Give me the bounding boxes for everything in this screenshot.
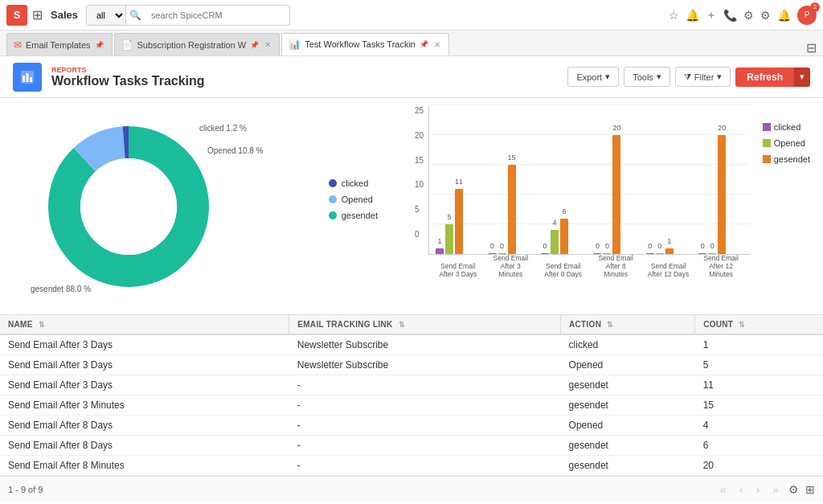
pagination-info: 1 - 9 of 9 — [8, 485, 43, 494]
legend-dot-gesendet — [329, 211, 337, 219]
refresh-dropdown-button[interactable]: ▾ — [794, 68, 810, 87]
col-count[interactable]: COUNT ⇅ — [695, 315, 823, 334]
bar-clicked-5: 0 — [646, 253, 654, 254]
tab-email-templates[interactable]: ✉ Email Templates 📌 — [6, 33, 113, 55]
data-table: NAME ⇅ EMAIL TRACKING LINK ⇅ ACTION ⇅ CO… — [0, 315, 823, 476]
first-page-button[interactable]: « — [717, 481, 730, 498]
svg-rect-2 — [27, 73, 29, 82]
cell-action: Opened — [561, 416, 695, 436]
star-icon[interactable]: ☆ — [669, 9, 679, 22]
table-row: Send Email After 3 Days Newsletter Subsc… — [0, 334, 823, 355]
tools-button[interactable]: Tools ▾ — [624, 67, 670, 87]
bar-group-2: 0 0 15 Send EmailAfter 3Minutes — [489, 165, 533, 254]
cell-action: gesendet — [561, 456, 695, 476]
spice-logo[interactable]: S — [6, 5, 27, 26]
col-email-link[interactable]: EMAIL TRACKING LINK ⇅ — [289, 315, 561, 334]
pin-icon[interactable]: 📌 — [420, 40, 428, 48]
tab-workflow-tasks[interactable]: 📊 Test Workflow Tasks Trackin 📌 ✕ — [281, 33, 449, 55]
table-row: Send Email After 3 Days - gesendet 11 — [0, 375, 823, 395]
gear-icon[interactable]: ⚙ — [760, 9, 771, 22]
top-bar: S ⊞ Sales all 🔍 ☆ 🔔 ＋ 📞 ⚙ ⚙ 🔔 P 2 — [0, 0, 823, 31]
search-area: all 🔍 — [86, 5, 290, 26]
bar-chart-container: 0 5 10 15 20 25 — [402, 98, 823, 314]
tab-close-icon[interactable]: ✕ — [434, 40, 440, 49]
legend-item-clicked: clicked — [329, 178, 378, 188]
refresh-button[interactable]: Refresh — [735, 68, 794, 87]
notification-badge: 2 — [810, 2, 820, 12]
cell-link: - — [289, 436, 561, 456]
last-page-button[interactable]: » — [769, 481, 782, 498]
bar-legend: clicked Opened gesendet — [763, 122, 810, 267]
bar-label-1: Send EmailAfter 3 Days — [434, 262, 482, 278]
cell-name: Send Email After 3 Days — [0, 334, 289, 355]
bell-icon[interactable]: 🔔 — [686, 9, 699, 22]
tab-label: Test Workflow Tasks Trackin — [305, 39, 416, 49]
bar-chart-inner: 0 5 10 15 20 25 — [415, 106, 810, 267]
next-page-button[interactable]: › — [753, 481, 764, 498]
pin-icon[interactable]: 📌 — [250, 41, 259, 49]
top-bar-right: ☆ 🔔 ＋ 📞 ⚙ ⚙ 🔔 P 2 — [669, 6, 817, 25]
tab-subscription-reg[interactable]: 📄 Subscription Registration W 📌 ✕ — [114, 33, 280, 55]
chevron-down-icon: ▾ — [717, 72, 722, 82]
bar-legend-opened: Opened — [763, 138, 810, 148]
avatar[interactable]: P 2 — [797, 6, 817, 25]
tab-close-icon[interactable]: ✕ — [264, 40, 271, 49]
table-body: Send Email After 3 Days Newsletter Subsc… — [0, 334, 823, 476]
cell-action: Opened — [561, 355, 695, 375]
bar-group-5: 0 0 1 Send EmailAfter 12 Days — [646, 248, 690, 254]
cell-name: Send Email After 3 Days — [0, 355, 289, 375]
filter-button[interactable]: ⧩ Filter ▾ — [675, 67, 731, 87]
email-icon: ✉ — [14, 39, 22, 51]
table-export-button[interactable]: ⊞ — [805, 483, 815, 496]
chart-icon: 📊 — [289, 39, 301, 50]
col-action[interactable]: ACTION ⇅ — [561, 315, 695, 334]
search-filter-dropdown[interactable]: all — [87, 6, 126, 25]
legend-square-clicked — [763, 123, 771, 131]
chevron-down-icon: ▾ — [605, 72, 610, 82]
label-clicked: clicked 1.2 % — [199, 124, 247, 133]
window-icon[interactable]: ⊟ — [806, 40, 817, 55]
legend-dot-opened — [329, 195, 337, 203]
grid-icon[interactable]: ⊞ — [32, 7, 43, 23]
table-settings-button[interactable]: ⚙ — [788, 483, 799, 496]
legend-item-opened: Opened — [329, 195, 378, 204]
bar-label-5: Send EmailAfter 12 Days — [645, 262, 693, 278]
col-name[interactable]: NAME ⇅ — [0, 315, 289, 334]
search-icon: 🔍 — [126, 10, 145, 21]
cell-count: 20 — [695, 456, 823, 476]
export-button[interactable]: Export ▾ — [567, 67, 619, 87]
cell-action: clicked — [561, 334, 695, 355]
report-icon — [13, 63, 42, 92]
cell-name: Send Email After 3 Minutes — [0, 395, 289, 416]
grid-line — [429, 104, 750, 105]
cell-link: Newsletter Subscribe — [289, 355, 561, 375]
table-row: Send Email After 8 Days - Opened 4 — [0, 416, 823, 436]
page-header: REPORTS Workflow Tasks Tracking Export ▾… — [0, 56, 823, 98]
legend-square-opened — [763, 139, 771, 147]
phone-icon[interactable]: 📞 — [723, 9, 737, 22]
cell-action: gesendet — [561, 436, 695, 456]
search-input[interactable] — [145, 10, 289, 20]
tab-label: Subscription Registration W — [137, 40, 247, 50]
svg-rect-3 — [30, 77, 32, 82]
table-row: Send Email After 3 Days Newsletter Subsc… — [0, 355, 823, 375]
bar-group-3: 0 4 6 Send EmailAfter 8 Days — [541, 219, 585, 254]
table-footer: 1 - 9 of 9 « ‹ › » ⚙ ⊞ — [0, 476, 823, 502]
cell-link: - — [289, 395, 561, 416]
bar-gesendet-2: 15 — [508, 165, 516, 254]
legend-square-gesendet — [763, 155, 771, 163]
settings-icon[interactable]: ⚙ — [743, 9, 754, 22]
donut-chart-container: clicked 1.2 % Opened 10.8 % gesendet 88.… — [0, 98, 402, 314]
bar-gesendet-3: 6 — [560, 219, 568, 254]
cell-count: 15 — [695, 395, 823, 416]
cell-link: - — [289, 375, 561, 395]
cell-count: 5 — [695, 355, 823, 375]
prev-page-button[interactable]: ‹ — [736, 481, 747, 498]
plus-icon[interactable]: ＋ — [706, 8, 717, 23]
bar-group-6: 0 0 20 Send EmailAfter 12Minutes — [698, 135, 743, 254]
bar-group-1: 1 5 11 Send EmailAfter 3 Days — [436, 189, 480, 254]
cell-action: gesendet — [561, 395, 695, 416]
pin-icon[interactable]: 📌 — [95, 41, 104, 49]
table-row: Send Email After 8 Days - gesendet 6 — [0, 436, 823, 456]
notification-icon[interactable]: 🔔 — [777, 9, 791, 22]
